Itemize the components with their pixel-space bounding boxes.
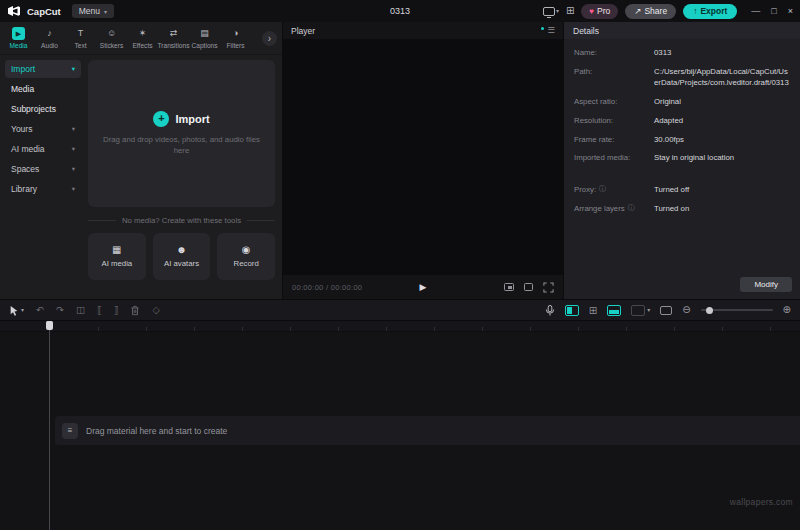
tab-label: Audio [41,42,58,49]
delete-right-button[interactable]: ⟧ [114,305,119,315]
playhead-line[interactable] [49,321,50,530]
tab-stickers[interactable]: ☺ Stickers [96,27,127,49]
spacer [574,172,790,185]
sidebar-item-label: Yours [11,124,32,134]
sidebar-item-spaces[interactable]: Spaces ▾ [5,160,81,178]
player-view-controls [504,282,554,293]
sidebar-item-import[interactable]: Import ▾ [5,60,81,78]
sidebar-item-media[interactable]: Media [5,80,81,98]
detail-value: Turned off [654,185,790,196]
zoom-slider-thumb[interactable] [706,307,713,314]
tab-label: Stickers [100,42,123,49]
menu-button[interactable]: Menu ▾ [72,4,114,18]
chevron-right-icon: › [268,33,271,44]
ai-media-button[interactable]: ▦ AI media [88,233,146,280]
timeline-ruler[interactable] [0,321,800,332]
tab-filters[interactable]: ◑ Filters [220,27,251,49]
chevron-down-icon: ▾ [72,185,75,193]
timeline-display-toggle[interactable] [660,306,672,315]
delete-left-button[interactable]: ⟦ [97,305,102,315]
preview-axis-toggle[interactable] [565,305,579,316]
title-bar: CapCut Menu ▾ 0313 ▾ ⊞ ♥ Pro ↗ Share ↑ [0,0,800,22]
sidebar-item-label: Media [11,84,34,94]
tab-label: Transitions [158,42,190,49]
sidebar-item-subprojects[interactable]: Subprojects [5,100,81,118]
detail-value: 0313 [654,48,790,59]
info-icon[interactable]: ⓘ [599,185,606,193]
player-menu-button[interactable]: ☰ [541,26,555,35]
share-button[interactable]: ↗ Share [625,4,676,19]
redo-button[interactable]: ↷ [56,305,64,315]
detail-row-imported-media: Imported media: Stay in original locatio… [574,153,790,164]
titlebar-actions: ▾ ⊞ ♥ Pro ↗ Share ↑ Export — □ × [543,4,793,19]
sidebar-item-library[interactable]: Library ▾ [5,180,81,198]
undo-button[interactable]: ↶ [36,305,44,315]
media-panel-body: Import ▾ Media Subprojects Yours ▾ AI me [0,55,282,299]
tab-transitions[interactable]: ⇄ Transitions [158,27,189,49]
tab-media[interactable]: ▶ Media [3,27,34,49]
tab-text[interactable]: T Text [65,27,96,49]
record-icon: ◉ [242,245,251,255]
tab-captions[interactable]: ▤ Captions [189,27,220,49]
track-options-button[interactable]: ▾ [631,305,650,316]
keyframe-button[interactable]: ◇ [152,305,159,315]
tab-label: Captions [191,42,217,49]
import-button[interactable]: + Import [153,111,209,127]
sidebar-item-label: Subprojects [11,104,56,114]
select-tool-button[interactable]: ▾ [9,305,24,316]
watermark: wallpapers.com [730,497,793,507]
document-title: 0313 [200,6,600,16]
divider [247,220,275,221]
layout-button[interactable]: ⊞ [566,6,574,16]
import-dropzone[interactable]: + Import Drag and drop videos, photos, a… [88,60,275,207]
record-button[interactable]: ◉ Record [217,233,275,280]
filters-icon: ◑ [233,27,238,40]
tab-effects[interactable]: ✶ Effects [127,27,158,49]
play-button[interactable]: ▶ [420,282,427,292]
sticker-icon: ☺ [107,27,116,40]
player-title: Player [291,26,315,36]
timeline-zoom-slider[interactable] [701,309,773,311]
aspect-ratio-icon[interactable] [524,283,533,291]
info-icon[interactable]: ⓘ [628,204,635,212]
export-button[interactable]: ↑ Export [683,4,737,19]
detail-label: Frame rate: [574,135,654,146]
minimize-button[interactable]: — [751,6,760,16]
details-title: Details [573,26,599,36]
detail-row-frame-rate: Frame rate: 30.00fps [574,135,790,146]
detail-row-arrange-layers: Arrange layers ⓘ Turned on [574,204,790,215]
tab-label: Filters [227,42,245,49]
playhead-handle[interactable] [46,321,53,330]
close-button[interactable]: × [788,6,793,16]
chevron-down-icon: ▾ [104,8,107,15]
more-tabs-button[interactable]: › [262,31,277,46]
sidebar-item-yours[interactable]: Yours ▾ [5,120,81,138]
display-mode-button[interactable]: ▾ [543,7,559,16]
ai-avatars-button[interactable]: ☻ AI avatars [153,233,211,280]
timeline-area[interactable]: ≡ Drag material here and start to create… [0,321,800,530]
time-display: 00:00:00 / 00:00:00 [292,283,362,292]
sidebar-item-label: Import [11,64,35,74]
linkage-toggle[interactable] [607,305,621,316]
split-button[interactable]: ◫ [76,305,85,315]
zoom-out-button[interactable]: ⊖ [682,305,690,315]
capcut-logo-icon [7,5,21,17]
maximize-button[interactable]: □ [771,6,776,16]
delete-button[interactable] [130,305,140,316]
detail-row-proxy: Proxy: ⓘ Turned off [574,185,790,196]
transitions-icon: ⇄ [170,27,178,40]
divider [88,220,116,221]
zoom-in-button[interactable]: ⊕ [783,305,791,315]
detail-value: 30.00fps [654,135,790,146]
tab-audio[interactable]: ♪ Audio [34,27,65,49]
pro-badge[interactable]: ♥ Pro [581,4,618,19]
fullscreen-icon[interactable] [543,282,554,293]
track-options-icon [631,305,645,316]
snap-grid-icon[interactable]: ⊞ [589,305,597,316]
tools-row: ▦ AI media ☻ AI avatars ◉ Record [88,233,275,280]
voiceover-mic-button[interactable] [545,304,555,316]
sidebar-item-ai-media[interactable]: AI media ▾ [5,140,81,158]
main-track-dropzone[interactable]: ≡ Drag material here and start to create [55,416,800,445]
mini-player-icon[interactable] [504,283,514,291]
modify-button[interactable]: Modify [740,277,792,292]
